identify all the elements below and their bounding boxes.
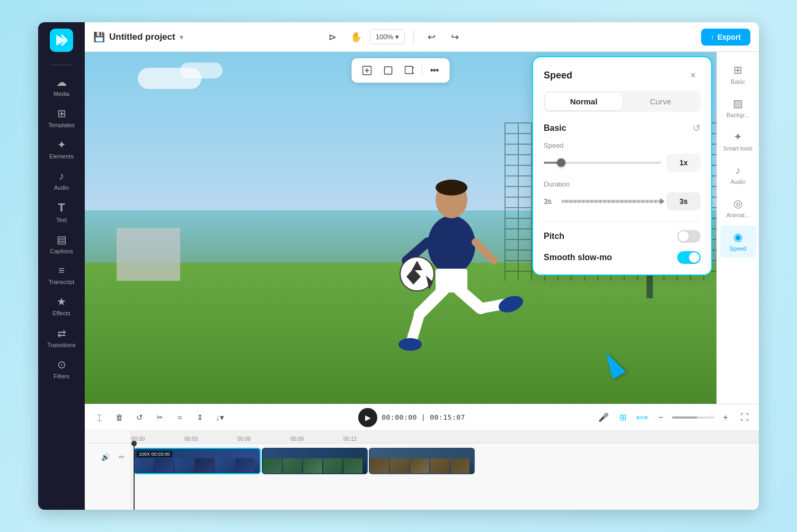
- app-logo[interactable]: [50, 29, 73, 52]
- right-panel-speed-label: Speed: [730, 245, 747, 252]
- more-icon: •••: [430, 65, 439, 76]
- speed-timeline-button[interactable]: ⇕: [192, 410, 208, 425]
- ruler-mark-1: 00:03: [184, 436, 237, 442]
- beat-sync-button[interactable]: ⟺: [634, 410, 650, 425]
- zoom-in-button[interactable]: +: [718, 410, 733, 425]
- delete-button[interactable]: 🗑: [111, 410, 127, 425]
- zoom-level-button[interactable]: 100% ▾: [370, 29, 405, 45]
- sidebar-item-label: Captions: [50, 248, 73, 255]
- fullscreen-button[interactable]: ⛶: [737, 410, 752, 425]
- animate-icon: ◎: [733, 197, 742, 210]
- duration-end-value: 3s: [667, 192, 701, 210]
- timeline-body: 🔊 ✏ 00:00 00:03 00:: [85, 431, 759, 510]
- right-panel-audio[interactable]: ♪ Audio: [720, 159, 756, 191]
- timeline-area: ⌶ 🗑 ↺ ✂ ≈ ⇕ ↓▾ ▶ 00:00:00 | 00:15:07 🎤 ⊞: [85, 404, 759, 510]
- sidebar-item-transcript[interactable]: ≡ Transcript: [42, 260, 81, 290]
- duration-row: 3s 3s: [544, 192, 701, 210]
- speed-panel-close-button[interactable]: ×: [686, 68, 701, 83]
- sidebar-item-label: Transcript: [49, 279, 75, 286]
- split-audio-button[interactable]: ≈: [172, 410, 188, 425]
- select-tool-button[interactable]: ⊳: [323, 28, 342, 47]
- speed-section-header: Basic ↺: [544, 122, 701, 134]
- background-panel-icon: ▨: [733, 97, 743, 110]
- pitch-label: Pitch: [544, 232, 564, 241]
- sidebar-item-audio[interactable]: ♪ Audio: [42, 166, 81, 196]
- ruler-mark-4: 00:12: [343, 436, 396, 442]
- smooth-toggle[interactable]: [677, 251, 701, 264]
- ruler-mark-3: 00:09: [290, 436, 343, 442]
- sidebar-item-captions[interactable]: ▤ Captions: [42, 229, 81, 259]
- save-icon[interactable]: 💾: [93, 31, 105, 43]
- more-options-button[interactable]: •••: [426, 61, 444, 79]
- project-title[interactable]: Untitled project: [109, 32, 175, 42]
- video-clip-3[interactable]: [369, 448, 475, 474]
- duration-slider[interactable]: [562, 200, 661, 203]
- timeline-zoom-slider[interactable]: [672, 416, 714, 419]
- tab-normal[interactable]: Normal: [545, 93, 622, 110]
- video-preview: ••• Speed × Normal Curve: [85, 52, 716, 404]
- track-edit-button[interactable]: ✏: [115, 450, 128, 463]
- add-media-button[interactable]: [358, 61, 376, 79]
- loop-button[interactable]: ↺: [131, 410, 147, 425]
- sidebar-item-media[interactable]: ☁ Media: [42, 72, 81, 102]
- redo-button[interactable]: ↪: [446, 28, 465, 47]
- right-panel-basic-label: Basic: [731, 78, 745, 85]
- speed-value: 1x: [667, 154, 701, 172]
- templates-icon: ⊞: [57, 107, 66, 120]
- split-button[interactable]: ⌶: [91, 410, 107, 425]
- project-dropdown-arrow[interactable]: ▾: [180, 33, 183, 41]
- track-volume-button[interactable]: 🔊: [99, 450, 112, 463]
- zoom-value: 100%: [376, 33, 393, 41]
- play-button[interactable]: ▶: [358, 408, 377, 427]
- media-icon: ☁: [56, 76, 67, 88]
- right-panel-smart-tools[interactable]: ✦ Smart tools: [720, 125, 756, 157]
- sidebar-item-label: Templates: [48, 122, 75, 129]
- trim-button[interactable]: ✂: [152, 410, 167, 425]
- right-panel-background[interactable]: ▨ Backgr...: [720, 92, 756, 124]
- tab-curve[interactable]: Curve: [622, 93, 699, 110]
- more-timeline-button[interactable]: ↓▾: [212, 410, 228, 425]
- sidebar-item-elements[interactable]: ✦ Elements: [42, 134, 81, 164]
- duration-start-value: 3s: [544, 197, 556, 206]
- right-panel-basic[interactable]: ⊞ Basic: [720, 58, 756, 91]
- clip-frames-2: [263, 458, 367, 473]
- sidebar-divider: [51, 65, 72, 65]
- hand-tool-button[interactable]: ✋: [347, 28, 366, 47]
- reset-icon[interactable]: ↺: [693, 122, 701, 134]
- toolbar-divider: [422, 65, 422, 76]
- topbar-center: ⊳ ✋ 100% ▾: [323, 28, 405, 47]
- topbar-left: 💾 Untitled project ▾: [93, 31, 317, 43]
- transform-button[interactable]: [401, 61, 419, 79]
- ruler-mark-2: 00:06: [237, 436, 290, 442]
- editor-area: ••• Speed × Normal Curve: [85, 52, 759, 404]
- pitch-toggle[interactable]: [677, 230, 701, 243]
- export-button[interactable]: ↑ Export: [701, 29, 750, 46]
- pitch-row: Pitch: [544, 230, 701, 243]
- timecode-total: 00:15:07: [430, 413, 465, 421]
- smart-tools-icon: ✦: [733, 130, 742, 143]
- timeline-controls: ⌶ 🗑 ↺ ✂ ≈ ⇕ ↓▾ ▶ 00:00:00 | 00:15:07 🎤 ⊞: [85, 404, 759, 431]
- right-panel-animate[interactable]: ◎ Animat...: [720, 192, 756, 224]
- right-panel-animate-label: Animat...: [727, 212, 749, 219]
- crop-button[interactable]: [379, 61, 397, 79]
- auto-cut-button[interactable]: ⊞: [615, 410, 631, 425]
- video-clip-1[interactable]: 100X 00:03:00: [134, 448, 261, 474]
- video-clip-2[interactable]: [262, 448, 368, 474]
- sidebar-item-filters[interactable]: ⊙ Filters: [42, 354, 81, 384]
- right-panel-speed[interactable]: ◉ Speed: [720, 225, 756, 258]
- sidebar-item-text[interactable]: T Text: [42, 197, 81, 228]
- speed-slider[interactable]: [544, 162, 661, 164]
- sidebar-item-effects[interactable]: ★ Effects: [42, 291, 81, 321]
- sidebar-item-templates[interactable]: ⊞ Templates: [42, 103, 81, 133]
- sidebar-item-transitions[interactable]: ⇄ Transitions: [42, 323, 81, 353]
- track-label-video: 🔊 ✏: [85, 444, 131, 470]
- preview-area: ••• Speed × Normal Curve: [85, 52, 716, 404]
- svg-point-11: [497, 293, 526, 316]
- mic-button[interactable]: 🎤: [596, 410, 612, 425]
- zoom-out-button[interactable]: −: [653, 410, 669, 425]
- undo-button[interactable]: ↩: [422, 28, 441, 47]
- effects-icon: ★: [57, 295, 66, 308]
- right-panel-audio-label: Audio: [730, 179, 745, 185]
- svg-point-2: [436, 180, 467, 196]
- sidebar-item-label: Text: [56, 217, 67, 224]
